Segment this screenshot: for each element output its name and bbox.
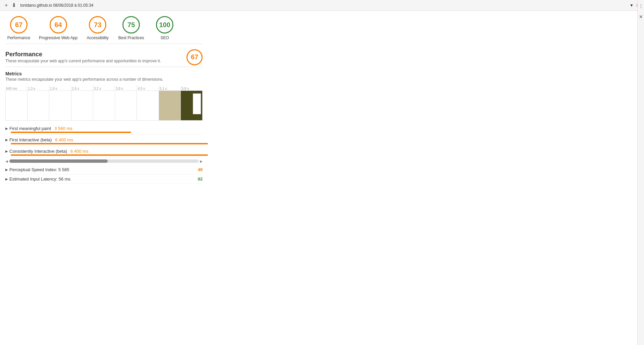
input-latency-name: Estimated Input Latency: 56 ms xyxy=(9,177,198,182)
perceptual-speed-score: 49 xyxy=(198,167,203,172)
metric-toggle-1[interactable]: ▶ xyxy=(5,138,8,142)
metric-first-meaningful-paint: ▶ First meaningful paint 3 560 ms xyxy=(5,125,203,135)
frame-7 xyxy=(159,91,181,120)
tab-accessibility[interactable]: 73 Accessibility xyxy=(84,16,111,41)
timeline-ruler: 640 ms 1,3 s 1,9 s 2,6 s 3,2 s 3,8 s 4,5… xyxy=(5,85,203,90)
tick-8: 5,8 s xyxy=(181,85,203,90)
more-options-button[interactable]: ⋮ xyxy=(638,3,644,9)
input-latency-toggle[interactable]: ▶ xyxy=(5,177,8,181)
input-latency-score: 92 xyxy=(198,177,203,182)
section-header: Performance These encapsulate your web a… xyxy=(5,44,203,67)
tick-6: 4,5 s xyxy=(137,85,159,90)
tick-0: 640 ms xyxy=(5,85,27,90)
tick-1: 1,3 s xyxy=(27,85,49,90)
top-bar: + ⬇ tonidano.github.io 08/06/2018 à 01:0… xyxy=(0,0,644,11)
tick-4: 3,2 s xyxy=(93,85,115,90)
seo-circle: 100 xyxy=(156,16,173,33)
best-practices-label: Best Practices xyxy=(118,36,144,41)
perceptual-speed-toggle[interactable]: ▶ xyxy=(5,168,8,171)
metric-value-0: 3 560 ms xyxy=(54,126,72,131)
metric-first-interactive: ▶ First Interactive (beta) 6 400 ms xyxy=(5,136,203,146)
tick-2: 1,9 s xyxy=(49,85,71,90)
metric-toggle-0[interactable]: ▶ xyxy=(5,127,8,130)
metrics-section: Metrics These metrics encapsulate your w… xyxy=(5,71,203,121)
score-tabs: 67 Performance 64 Progressive Web App 73… xyxy=(5,11,203,44)
tab-seo[interactable]: 100 SEO xyxy=(151,16,178,41)
download-button[interactable]: ⬇ xyxy=(10,1,18,9)
panel-controls: ⋮ ✕ xyxy=(637,0,644,184)
metric-name-2: Consistently Interactive (beta) xyxy=(9,149,67,154)
pwa-label: Progressive Web App xyxy=(39,36,77,41)
metric-name-0: First meaningful paint xyxy=(9,126,51,131)
pwa-circle: 64 xyxy=(50,16,67,33)
tick-3: 2,6 s xyxy=(71,85,93,90)
perceptual-speed-name: Perceptual Speed Index: 5 585 xyxy=(9,167,198,172)
metric-bar-2 xyxy=(11,154,208,156)
tick-7: 5,1 s xyxy=(159,85,180,90)
add-tab-button[interactable]: + xyxy=(3,2,10,9)
scroll-right-button[interactable]: ▶ xyxy=(200,159,203,163)
scroll-left-button[interactable]: ◀ xyxy=(5,159,8,163)
scrollbar-track[interactable] xyxy=(9,159,199,163)
metric-bar-1 xyxy=(11,143,208,144)
frame-4 xyxy=(93,91,115,120)
input-latency-row: ▶ Estimated Input Latency: 56 ms 92 xyxy=(5,175,203,184)
metric-toggle-2[interactable]: ▶ xyxy=(5,149,8,153)
metric-row-header-1: ▶ First Interactive (beta) 6 400 ms xyxy=(5,137,203,142)
tick-5: 3,8 s xyxy=(115,85,137,90)
dropdown-icon[interactable]: ▼ xyxy=(630,3,634,8)
metric-bar-0 xyxy=(11,132,131,133)
frame-3 xyxy=(71,91,93,120)
metric-consistently-interactive: ▶ Consistently Interactive (beta) 6 400 … xyxy=(5,147,203,157)
main-content: 67 Performance 64 Progressive Web App 73… xyxy=(0,11,208,184)
frame-5 xyxy=(115,91,137,120)
performance-label: Performance xyxy=(7,36,31,41)
metrics-title: Metrics xyxy=(5,71,203,76)
frame-6 xyxy=(137,91,159,120)
scrollbar-thumb xyxy=(9,159,108,163)
section-description: These encapsulate your web app's current… xyxy=(5,59,161,63)
section-title-block: Performance These encapsulate your web a… xyxy=(5,51,161,63)
section-score-circle: 67 xyxy=(186,49,203,65)
metrics-description: These metrics encapsulate your web app's… xyxy=(5,77,203,82)
metric-name-1: First Interactive (beta) xyxy=(9,137,52,142)
accessibility-label: Accessibility xyxy=(87,36,108,41)
tab-best-practices[interactable]: 75 Best Practices xyxy=(118,16,145,41)
perceptual-speed-row: ▶ Perceptual Speed Index: 5 585 49 xyxy=(5,165,203,175)
tab-performance[interactable]: 67 Performance xyxy=(5,16,32,41)
best-practices-circle: 75 xyxy=(122,16,140,33)
seo-label: SEO xyxy=(161,36,169,41)
section-title: Performance xyxy=(5,51,161,58)
accessibility-circle: 73 xyxy=(89,16,106,33)
metric-row-header-2: ▶ Consistently Interactive (beta) 6 400 … xyxy=(5,149,203,154)
url-label: tonidano.github.io 08/06/2018 à 01:05:34 xyxy=(20,3,629,8)
metric-value-1: 6 400 ms xyxy=(55,137,73,142)
tab-pwa[interactable]: 64 Progressive Web App xyxy=(39,16,77,41)
performance-circle: 67 xyxy=(10,16,28,33)
metric-value-2: 6 400 ms xyxy=(70,149,88,154)
frame-8 xyxy=(181,91,202,120)
filmstrip xyxy=(5,90,203,121)
metric-row-header-0: ▶ First meaningful paint 3 560 ms xyxy=(5,126,203,131)
frame-2 xyxy=(49,91,71,120)
scrollbar-row: ◀ ▶ xyxy=(5,159,203,163)
frame-0 xyxy=(6,91,28,120)
close-panel-button[interactable]: ✕ xyxy=(638,13,644,20)
frame-1 xyxy=(28,91,49,120)
